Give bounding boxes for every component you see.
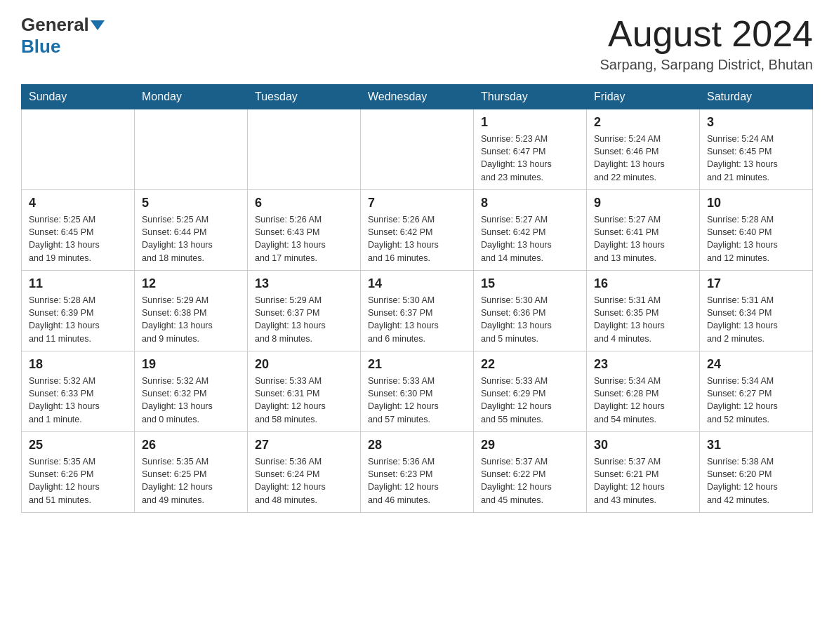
- calendar-cell: 5Sunrise: 5:25 AMSunset: 6:44 PMDaylight…: [135, 190, 248, 271]
- weekday-header-monday: Monday: [135, 85, 248, 109]
- day-info: Sunrise: 5:24 AMSunset: 6:45 PMDaylight:…: [707, 133, 805, 184]
- day-number: 7: [368, 196, 466, 210]
- day-info: Sunrise: 5:24 AMSunset: 6:46 PMDaylight:…: [594, 133, 692, 184]
- calendar-cell: [361, 109, 474, 190]
- logo-arrow-icon: [91, 20, 105, 30]
- calendar-header-row: SundayMondayTuesdayWednesdayThursdayFrid…: [22, 85, 813, 109]
- weekday-header-tuesday: Tuesday: [248, 85, 361, 109]
- weekday-header-wednesday: Wednesday: [361, 85, 474, 109]
- calendar-cell: [248, 109, 361, 190]
- logo: General Blue: [21, 14, 106, 58]
- calendar-cell: 19Sunrise: 5:32 AMSunset: 6:32 PMDayligh…: [135, 351, 248, 432]
- calendar-table: SundayMondayTuesdayWednesdayThursdayFrid…: [21, 84, 813, 513]
- day-info: Sunrise: 5:29 AMSunset: 6:37 PMDaylight:…: [255, 294, 353, 345]
- day-number: 23: [594, 357, 692, 372]
- calendar-cell: 9Sunrise: 5:27 AMSunset: 6:41 PMDaylight…: [587, 190, 700, 271]
- day-number: 26: [142, 438, 240, 452]
- calendar-cell: 29Sunrise: 5:37 AMSunset: 6:22 PMDayligh…: [474, 432, 587, 513]
- calendar-cell: 20Sunrise: 5:33 AMSunset: 6:31 PMDayligh…: [248, 351, 361, 432]
- weekday-header-friday: Friday: [587, 85, 700, 109]
- calendar-cell: [135, 109, 248, 190]
- calendar-cell: 28Sunrise: 5:36 AMSunset: 6:23 PMDayligh…: [361, 432, 474, 513]
- calendar-cell: 6Sunrise: 5:26 AMSunset: 6:43 PMDaylight…: [248, 190, 361, 271]
- day-info: Sunrise: 5:25 AMSunset: 6:44 PMDaylight:…: [142, 213, 240, 264]
- day-info: Sunrise: 5:37 AMSunset: 6:22 PMDaylight:…: [481, 455, 579, 507]
- location-title: Sarpang, Sarpang District, Bhutan: [600, 57, 813, 73]
- calendar-cell: 23Sunrise: 5:34 AMSunset: 6:28 PMDayligh…: [587, 351, 700, 432]
- calendar-cell: 21Sunrise: 5:33 AMSunset: 6:30 PMDayligh…: [361, 351, 474, 432]
- day-number: 29: [481, 438, 579, 452]
- logo-general-text: General: [21, 14, 89, 36]
- calendar-cell: 12Sunrise: 5:29 AMSunset: 6:38 PMDayligh…: [135, 271, 248, 351]
- calendar-week-row: 25Sunrise: 5:35 AMSunset: 6:26 PMDayligh…: [22, 432, 813, 513]
- calendar-week-row: 11Sunrise: 5:28 AMSunset: 6:39 PMDayligh…: [22, 271, 813, 351]
- calendar-cell: 13Sunrise: 5:29 AMSunset: 6:37 PMDayligh…: [248, 271, 361, 351]
- day-number: 14: [368, 276, 466, 291]
- day-info: Sunrise: 5:26 AMSunset: 6:42 PMDaylight:…: [368, 213, 466, 264]
- day-info: Sunrise: 5:32 AMSunset: 6:32 PMDaylight:…: [142, 375, 240, 426]
- day-info: Sunrise: 5:35 AMSunset: 6:26 PMDaylight:…: [29, 455, 127, 507]
- day-info: Sunrise: 5:26 AMSunset: 6:43 PMDaylight:…: [255, 213, 353, 264]
- day-number: 21: [368, 357, 466, 372]
- day-info: Sunrise: 5:31 AMSunset: 6:34 PMDaylight:…: [707, 294, 805, 345]
- day-number: 28: [368, 438, 466, 452]
- day-number: 16: [594, 276, 692, 291]
- day-info: Sunrise: 5:35 AMSunset: 6:25 PMDaylight:…: [142, 455, 240, 507]
- day-number: 13: [255, 276, 353, 291]
- calendar-cell: 31Sunrise: 5:38 AMSunset: 6:20 PMDayligh…: [700, 432, 813, 513]
- day-info: Sunrise: 5:38 AMSunset: 6:20 PMDaylight:…: [707, 455, 805, 507]
- calendar-cell: 16Sunrise: 5:31 AMSunset: 6:35 PMDayligh…: [587, 271, 700, 351]
- calendar-cell: [22, 109, 135, 190]
- day-number: 15: [481, 276, 579, 291]
- calendar-cell: 18Sunrise: 5:32 AMSunset: 6:33 PMDayligh…: [22, 351, 135, 432]
- calendar-cell: 22Sunrise: 5:33 AMSunset: 6:29 PMDayligh…: [474, 351, 587, 432]
- day-info: Sunrise: 5:23 AMSunset: 6:47 PMDaylight:…: [481, 133, 579, 184]
- day-info: Sunrise: 5:34 AMSunset: 6:28 PMDaylight:…: [594, 375, 692, 426]
- calendar-cell: 27Sunrise: 5:36 AMSunset: 6:24 PMDayligh…: [248, 432, 361, 513]
- day-number: 25: [29, 438, 127, 452]
- day-number: 4: [29, 196, 127, 210]
- calendar-cell: 26Sunrise: 5:35 AMSunset: 6:25 PMDayligh…: [135, 432, 248, 513]
- day-info: Sunrise: 5:30 AMSunset: 6:36 PMDaylight:…: [481, 294, 579, 345]
- day-number: 2: [594, 115, 692, 130]
- day-info: Sunrise: 5:32 AMSunset: 6:33 PMDaylight:…: [29, 375, 127, 426]
- calendar-cell: 14Sunrise: 5:30 AMSunset: 6:37 PMDayligh…: [361, 271, 474, 351]
- calendar-week-row: 18Sunrise: 5:32 AMSunset: 6:33 PMDayligh…: [22, 351, 813, 432]
- page-header: General Blue August 2024 Sarpang, Sarpan…: [21, 14, 813, 73]
- day-info: Sunrise: 5:27 AMSunset: 6:41 PMDaylight:…: [594, 213, 692, 264]
- day-info: Sunrise: 5:27 AMSunset: 6:42 PMDaylight:…: [481, 213, 579, 264]
- calendar-cell: 10Sunrise: 5:28 AMSunset: 6:40 PMDayligh…: [700, 190, 813, 271]
- calendar-cell: 15Sunrise: 5:30 AMSunset: 6:36 PMDayligh…: [474, 271, 587, 351]
- calendar-cell: 11Sunrise: 5:28 AMSunset: 6:39 PMDayligh…: [22, 271, 135, 351]
- day-info: Sunrise: 5:37 AMSunset: 6:21 PMDaylight:…: [594, 455, 692, 507]
- day-number: 1: [481, 115, 579, 130]
- calendar-cell: 2Sunrise: 5:24 AMSunset: 6:46 PMDaylight…: [587, 109, 700, 190]
- day-number: 31: [707, 438, 805, 452]
- calendar-cell: 24Sunrise: 5:34 AMSunset: 6:27 PMDayligh…: [700, 351, 813, 432]
- day-info: Sunrise: 5:36 AMSunset: 6:23 PMDaylight:…: [368, 455, 466, 507]
- calendar-cell: 3Sunrise: 5:24 AMSunset: 6:45 PMDaylight…: [700, 109, 813, 190]
- weekday-header-saturday: Saturday: [700, 85, 813, 109]
- calendar-cell: 8Sunrise: 5:27 AMSunset: 6:42 PMDaylight…: [474, 190, 587, 271]
- day-info: Sunrise: 5:29 AMSunset: 6:38 PMDaylight:…: [142, 294, 240, 345]
- calendar-week-row: 1Sunrise: 5:23 AMSunset: 6:47 PMDaylight…: [22, 109, 813, 190]
- day-number: 12: [142, 276, 240, 291]
- day-info: Sunrise: 5:28 AMSunset: 6:39 PMDaylight:…: [29, 294, 127, 345]
- day-number: 19: [142, 357, 240, 372]
- day-number: 6: [255, 196, 353, 210]
- calendar-cell: 1Sunrise: 5:23 AMSunset: 6:47 PMDaylight…: [474, 109, 587, 190]
- day-number: 17: [707, 276, 805, 291]
- calendar-cell: 7Sunrise: 5:26 AMSunset: 6:42 PMDaylight…: [361, 190, 474, 271]
- calendar-cell: 25Sunrise: 5:35 AMSunset: 6:26 PMDayligh…: [22, 432, 135, 513]
- day-number: 27: [255, 438, 353, 452]
- day-number: 8: [481, 196, 579, 210]
- day-number: 22: [481, 357, 579, 372]
- day-info: Sunrise: 5:33 AMSunset: 6:30 PMDaylight:…: [368, 375, 466, 426]
- day-number: 11: [29, 276, 127, 291]
- day-number: 3: [707, 115, 805, 130]
- calendar-cell: 17Sunrise: 5:31 AMSunset: 6:34 PMDayligh…: [700, 271, 813, 351]
- day-number: 30: [594, 438, 692, 452]
- day-info: Sunrise: 5:36 AMSunset: 6:24 PMDaylight:…: [255, 455, 353, 507]
- calendar-cell: 30Sunrise: 5:37 AMSunset: 6:21 PMDayligh…: [587, 432, 700, 513]
- day-number: 24: [707, 357, 805, 372]
